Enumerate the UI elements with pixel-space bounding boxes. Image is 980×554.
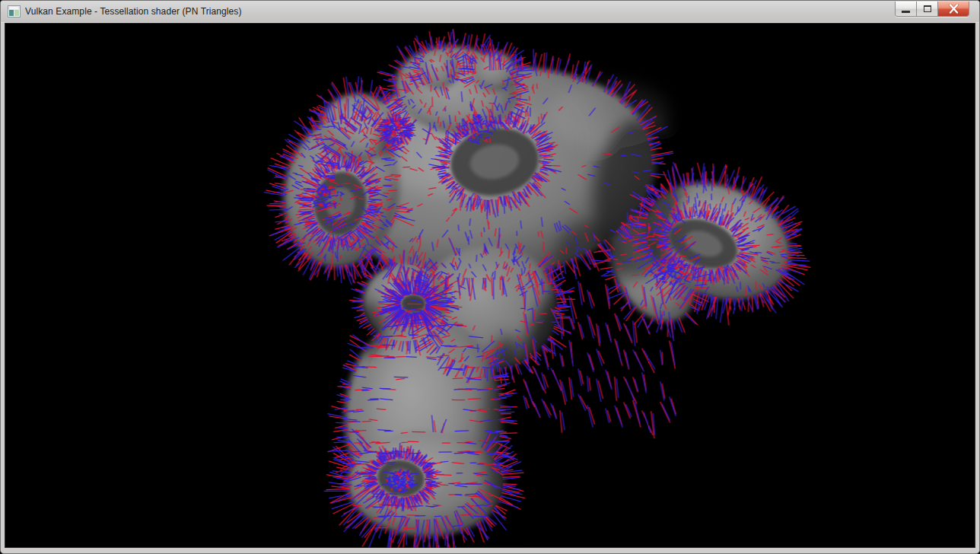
screen: Vulkan Example - Tessellation shader (PN… [0, 0, 980, 554]
render-viewport[interactable] [5, 23, 975, 548]
close-icon [948, 4, 959, 14]
maximize-button[interactable] [916, 2, 937, 16]
window-title: Vulkan Example - Tessellation shader (PN… [25, 6, 242, 17]
minimize-button[interactable] [896, 2, 916, 16]
app-icon[interactable] [8, 5, 21, 18]
window-controls [895, 2, 969, 17]
app-window: Vulkan Example - Tessellation shader (PN… [0, 0, 980, 554]
titlebar[interactable]: Vulkan Example - Tessellation shader (PN… [1, 1, 979, 23]
minimize-icon [902, 11, 910, 13]
tessellation-render [5, 23, 975, 548]
application-icon [8, 5, 21, 18]
maximize-icon [924, 5, 931, 12]
close-button[interactable] [937, 2, 969, 16]
